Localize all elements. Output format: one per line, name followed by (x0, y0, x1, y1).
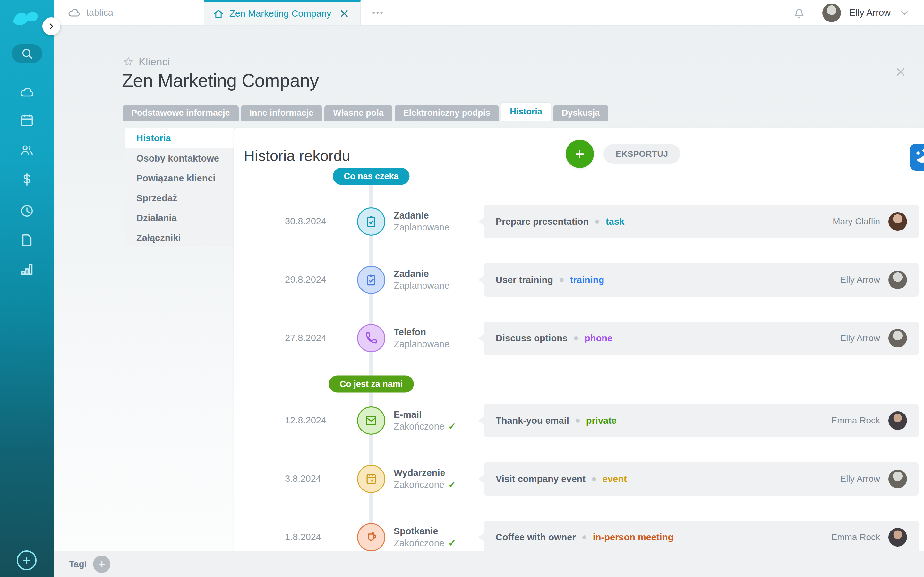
tab-record[interactable]: Zen Marketing Company ✕ (204, 0, 360, 25)
tab-close-icon[interactable]: ✕ (336, 7, 352, 21)
sidebar-search-icon[interactable] (11, 44, 42, 63)
separator-dot-icon (575, 419, 580, 423)
entry-card[interactable]: Discuss optionsphoneElly Arrow (484, 322, 919, 355)
panel-close-icon[interactable]: × (895, 63, 906, 81)
entry-owner: Elly Arrow (840, 271, 907, 289)
chevron-down-icon[interactable] (899, 7, 910, 18)
owner-avatar[interactable] (888, 329, 907, 348)
entry-labels: ZadanieZaplanowane (394, 268, 449, 292)
user-avatar[interactable] (822, 3, 841, 22)
record-tab-inne-informacje[interactable]: Inne informacje (241, 105, 322, 121)
entry-type: Wydarzenie (394, 467, 456, 479)
entry-tag[interactable]: phone (585, 333, 612, 343)
task-activity-icon[interactable] (357, 207, 385, 235)
submenu-item-załączniki[interactable]: Załączniki (125, 227, 234, 247)
record-tab-dyskusja[interactable]: Dyskusja (553, 105, 609, 121)
entry-tag[interactable]: task (606, 216, 624, 227)
separator-dot-icon (559, 278, 564, 282)
entry-labels: E-mailZakończone✓ (394, 409, 456, 432)
entry-status: Zaplanowane (394, 221, 449, 234)
separator-dot-icon (592, 477, 596, 481)
home-icon (213, 8, 224, 19)
record-tab-podstawowe-informacje[interactable]: Podstawowe informacje (123, 105, 239, 121)
sidebar-users-icon[interactable] (19, 143, 34, 157)
user-area: Elly Arrow (778, 0, 924, 25)
tab-record-label: Zen Marketing Company (229, 8, 331, 19)
breadcrumb-label[interactable]: Klienci (139, 56, 170, 68)
owner-avatar[interactable] (888, 528, 907, 546)
sidebar-chart-icon[interactable] (19, 262, 34, 277)
record-tabs: Podstawowe informacjeInne informacjeWłas… (123, 103, 608, 121)
entry-title: Thank-you email (496, 416, 569, 426)
submenu-item-osoby-kontaktowe[interactable]: Osoby kontaktowe (125, 148, 234, 168)
entry-labels: ZadanieZaplanowane (394, 210, 449, 234)
submenu-item-sprzedaż[interactable]: Sprzedaż (125, 188, 234, 208)
owner-avatar[interactable] (888, 470, 907, 488)
sidebar-add-button[interactable]: + (17, 550, 37, 570)
task-activity-icon[interactable] (357, 266, 385, 294)
entry-date: 30.8.2024 (285, 216, 326, 227)
entry-card[interactable]: Visit company eventeventElly Arrow (484, 462, 919, 496)
submenu-item-historia[interactable]: Historia (125, 128, 234, 148)
record-tab-elektroniczny-podpis[interactable]: Elektroniczny podpis (395, 105, 499, 121)
sidebar-calendar-icon[interactable] (19, 113, 34, 127)
entry-status: Zaplanowane (394, 338, 449, 350)
app-logo-icon (9, 7, 42, 32)
topbar: tablica Zen Marketing Company ✕ ••• Elly… (53, 0, 924, 26)
owner-name: Emma Rock (831, 532, 880, 542)
submenu-item-powiązane-klienci[interactable]: Powiązane klienci (125, 168, 234, 188)
phone-activity-icon[interactable] (357, 324, 385, 352)
entry-title: Coffee with owner (496, 532, 576, 543)
cup-activity-icon[interactable] (357, 523, 385, 551)
sidebar-clock-icon[interactable] (19, 203, 34, 218)
entry-owner: Elly Arrow (840, 470, 907, 488)
entry-card[interactable]: User trainingtrainingElly Arrow (484, 263, 919, 297)
separator-dot-icon (595, 219, 599, 224)
notifications-bell-icon[interactable] (792, 6, 806, 20)
record-tab-historia[interactable]: Historia (501, 103, 551, 121)
ai-assistant-button[interactable] (909, 143, 924, 171)
owner-name: Elly Arrow (840, 333, 880, 343)
owner-avatar[interactable] (888, 411, 907, 430)
owner-name: Mary Claflin (833, 216, 880, 227)
add-tag-button[interactable]: + (93, 556, 110, 573)
record-tab-własne-pola[interactable]: Własne pola (325, 105, 393, 121)
entry-card[interactable]: Prepare presentationtaskMary Claflin (484, 205, 919, 238)
owner-name: Elly Arrow (840, 474, 880, 484)
export-button[interactable]: EKSPORTUJ (604, 144, 680, 164)
entry-tag[interactable]: event (603, 474, 627, 484)
user-name[interactable]: Elly Arrow (849, 7, 891, 18)
entry-type: Zadanie (394, 210, 449, 221)
entry-type: Spotkanie (394, 525, 456, 537)
sidebar-file-icon[interactable] (19, 233, 34, 247)
entry-type: Telefon (394, 326, 449, 338)
event-activity-icon[interactable] (357, 465, 385, 493)
owner-avatar[interactable] (888, 212, 907, 231)
add-activity-button[interactable]: + (565, 140, 594, 168)
tags-label: Tagi (69, 559, 87, 569)
timeline-section-badge: Co nas czeka (333, 168, 409, 185)
entry-tag[interactable]: training (570, 275, 604, 285)
entry-status: Zakończone✓ (394, 479, 456, 491)
sidebar-dollar-icon[interactable] (19, 172, 34, 187)
cloud-icon (68, 6, 81, 19)
sidebar-cloud-icon[interactable] (19, 85, 34, 100)
content-area: Klienci Zen Marketing Company × Podstawo… (53, 26, 924, 577)
entry-card[interactable]: Thank-you emailprivateEmma Rock (484, 404, 919, 437)
tab-board-label: tablica (86, 7, 113, 18)
star-icon[interactable] (123, 56, 134, 68)
envelope-activity-icon[interactable] (357, 406, 385, 435)
owner-avatar[interactable] (888, 271, 907, 289)
tab-board[interactable]: tablica (53, 0, 204, 25)
entry-tag[interactable]: private (586, 416, 617, 426)
entry-date: 12.8.2024 (285, 415, 326, 426)
panel-heading: Historia rekordu (244, 147, 351, 164)
entry-date: 3.8.2024 (285, 474, 321, 484)
entry-owner: Elly Arrow (840, 329, 907, 348)
entry-tag[interactable]: in-person meeting (593, 532, 674, 543)
sidebar-expand-button[interactable] (42, 17, 60, 35)
submenu-item-działania[interactable]: Działania (125, 208, 234, 227)
topbar-spacer (396, 0, 778, 25)
tabs-more-button[interactable]: ••• (360, 0, 396, 25)
entry-card[interactable]: Coffee with ownerin-person meetingEmma R… (484, 521, 919, 554)
